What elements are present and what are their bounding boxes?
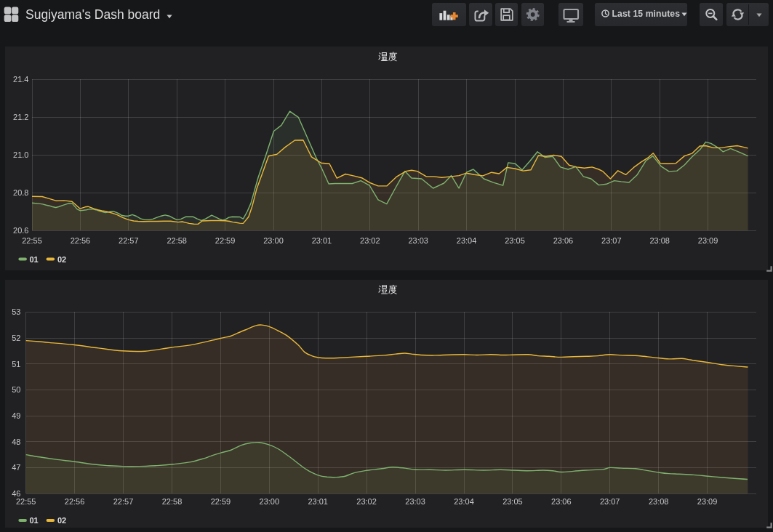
svg-text:23:00: 23:00 xyxy=(263,236,284,245)
svg-text:22:57: 22:57 xyxy=(113,497,134,506)
svg-text:49: 49 xyxy=(12,411,20,420)
svg-text:23:07: 23:07 xyxy=(601,236,622,245)
svg-text:47: 47 xyxy=(12,463,20,472)
svg-text:23:08: 23:08 xyxy=(649,236,670,245)
svg-text:23:08: 23:08 xyxy=(649,497,669,506)
svg-text:51: 51 xyxy=(12,360,20,368)
svg-text:50: 50 xyxy=(12,385,20,394)
svg-text:23:05: 23:05 xyxy=(502,497,523,506)
svg-text:01: 01 xyxy=(30,255,39,264)
svg-text:22:55: 22:55 xyxy=(16,497,36,506)
svg-text:22:58: 22:58 xyxy=(167,236,187,245)
svg-text:53: 53 xyxy=(12,307,20,316)
svg-text:23:03: 23:03 xyxy=(405,497,425,506)
svg-text:23:02: 23:02 xyxy=(356,497,377,506)
svg-text:01: 01 xyxy=(30,516,39,525)
svg-text:23:05: 23:05 xyxy=(505,236,525,245)
svg-text:23:01: 23:01 xyxy=(312,236,332,245)
svg-text:23:07: 23:07 xyxy=(600,497,620,506)
svg-text:22:57: 22:57 xyxy=(119,236,139,245)
svg-text:02: 02 xyxy=(57,255,66,264)
svg-text:02: 02 xyxy=(57,516,66,525)
svg-text:22:59: 22:59 xyxy=(211,497,231,506)
svg-text:22:56: 22:56 xyxy=(71,236,91,245)
svg-text:23:09: 23:09 xyxy=(697,497,718,506)
svg-text:23:01: 23:01 xyxy=(308,497,328,506)
svg-text:22:58: 22:58 xyxy=(162,497,183,506)
svg-text:52: 52 xyxy=(12,334,20,342)
svg-text:48: 48 xyxy=(12,438,20,446)
svg-text:22:55: 22:55 xyxy=(22,236,42,245)
svg-text:21.0: 21.0 xyxy=(13,150,28,159)
svg-text:22:59: 22:59 xyxy=(215,236,236,245)
svg-text:21.4: 21.4 xyxy=(13,75,28,84)
svg-text:22:56: 22:56 xyxy=(65,497,85,506)
svg-text:23:04: 23:04 xyxy=(454,497,474,506)
svg-text:23:09: 23:09 xyxy=(698,236,718,245)
svg-text:20.8: 20.8 xyxy=(13,188,28,197)
svg-text:23:06: 23:06 xyxy=(553,236,574,245)
svg-text:21.2: 21.2 xyxy=(13,113,28,121)
svg-text:23:03: 23:03 xyxy=(408,236,428,245)
svg-text:20.6: 20.6 xyxy=(13,226,28,235)
svg-text:23:06: 23:06 xyxy=(551,497,572,506)
svg-text:23:02: 23:02 xyxy=(360,236,380,245)
svg-text:23:04: 23:04 xyxy=(457,236,477,245)
svg-text:23:00: 23:00 xyxy=(260,497,280,506)
